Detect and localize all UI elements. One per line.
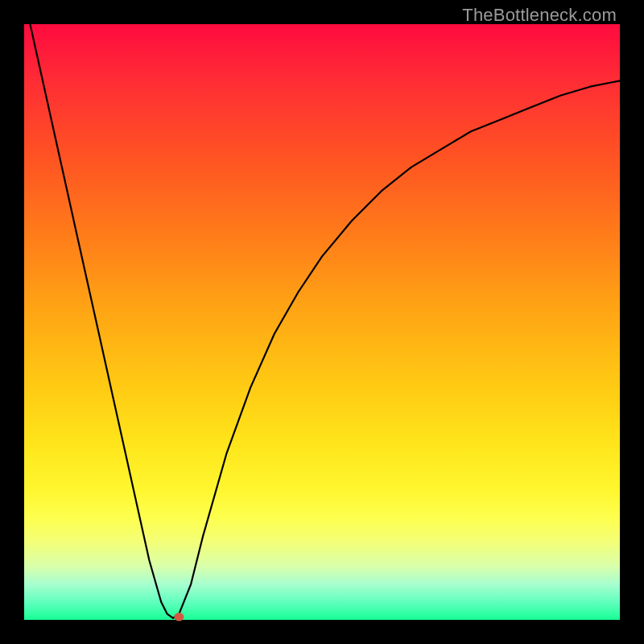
min-marker [174, 613, 184, 621]
curve-svg [24, 24, 620, 620]
bottleneck-curve [30, 24, 620, 618]
watermark-text: TheBottleneck.com [462, 5, 617, 26]
plot-area [24, 24, 620, 620]
chart-frame: TheBottleneck.com [0, 0, 644, 644]
